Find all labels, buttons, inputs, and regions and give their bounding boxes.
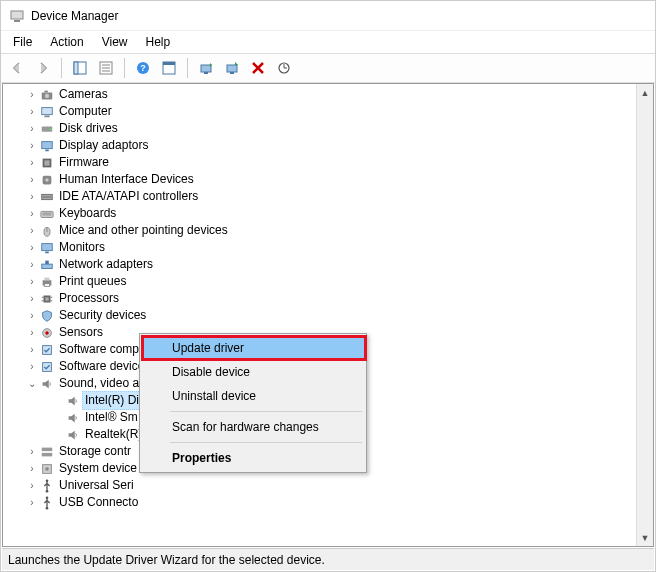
tree-category[interactable]: ›USB Connecto <box>3 494 636 511</box>
firmware-icon <box>39 155 55 171</box>
forward-button[interactable] <box>31 56 55 80</box>
expand-icon[interactable]: › <box>25 256 39 273</box>
expand-icon[interactable]: › <box>25 239 39 256</box>
svg-rect-43 <box>44 283 49 286</box>
tree-category-label[interactable]: IDE ATA/ATAPI controllers <box>59 188 198 205</box>
scroll-up-button[interactable]: ▲ <box>637 84 653 101</box>
expand-icon[interactable]: › <box>25 494 39 511</box>
tree-category-label[interactable]: Mice and other pointing devices <box>59 222 228 239</box>
svg-rect-54 <box>42 447 53 451</box>
svg-point-23 <box>50 128 52 130</box>
tree-category[interactable]: ›Cameras <box>3 86 636 103</box>
properties-button[interactable] <box>94 56 118 80</box>
disk-icon <box>39 121 55 137</box>
menu-file[interactable]: File <box>5 33 40 51</box>
expand-icon[interactable]: › <box>25 477 39 494</box>
tree-pane: ›Cameras›Computer›Disk drives›Display ad… <box>2 83 654 547</box>
tree-category[interactable]: ›Processors <box>3 290 636 307</box>
tree-category-label[interactable]: Processors <box>59 290 119 307</box>
tree-category-label[interactable]: Display adaptors <box>59 137 148 154</box>
tree-category[interactable]: ›Security devices <box>3 307 636 324</box>
expand-icon[interactable]: › <box>25 222 39 239</box>
tree-category[interactable]: ›IDE ATA/ATAPI controllers <box>3 188 636 205</box>
context-menu-item[interactable]: Disable device <box>142 360 364 384</box>
svg-rect-42 <box>44 277 49 280</box>
tree-category-label[interactable]: Monitors <box>59 239 105 256</box>
tree-category[interactable]: ›Monitors <box>3 239 636 256</box>
svg-rect-0 <box>11 11 23 19</box>
tree-device-label[interactable]: Intel® Sm <box>85 409 138 426</box>
expand-icon[interactable]: › <box>25 273 39 290</box>
tree-category-label[interactable]: Disk drives <box>59 120 118 137</box>
expand-icon[interactable]: › <box>25 290 39 307</box>
expand-icon[interactable]: › <box>25 154 39 171</box>
context-menu: Update driverDisable deviceUninstall dev… <box>139 333 367 473</box>
tree-category[interactable]: ›Universal Seri <box>3 477 636 494</box>
tree-category[interactable]: ›Computer <box>3 103 636 120</box>
tree-category[interactable]: ›Network adapters <box>3 256 636 273</box>
tree-scroll-area[interactable]: ›Cameras›Computer›Disk drives›Display ad… <box>3 84 636 546</box>
disable-device-button[interactable] <box>220 56 244 80</box>
collapse-icon[interactable]: ⌄ <box>25 375 39 392</box>
expand-icon[interactable]: › <box>25 341 39 358</box>
software-icon <box>39 342 55 358</box>
help-button[interactable]: ? <box>131 56 155 80</box>
tree-category-label[interactable]: Storage contr <box>59 443 131 460</box>
expand-icon[interactable]: › <box>25 443 39 460</box>
tree-category-label[interactable]: Security devices <box>59 307 146 324</box>
expand-icon[interactable]: › <box>25 324 39 341</box>
expand-icon[interactable]: › <box>25 103 39 120</box>
scroll-down-button[interactable]: ▼ <box>637 529 653 546</box>
tree-category[interactable]: ›Print queues <box>3 273 636 290</box>
expand-icon[interactable]: › <box>25 188 39 205</box>
context-menu-item[interactable]: Uninstall device <box>142 384 364 408</box>
menu-view[interactable]: View <box>94 33 136 51</box>
back-button[interactable] <box>5 56 29 80</box>
menu-help[interactable]: Help <box>138 33 179 51</box>
toolbar-separator <box>61 58 62 78</box>
tree-category-label[interactable]: Keyboards <box>59 205 116 222</box>
expand-icon[interactable]: › <box>25 358 39 375</box>
show-hide-console-tree-button[interactable] <box>68 56 92 80</box>
vertical-scrollbar[interactable]: ▲ ▼ <box>636 84 653 546</box>
scan-hardware-button[interactable] <box>272 56 296 80</box>
svg-rect-20 <box>42 107 53 114</box>
expand-icon[interactable]: › <box>25 137 39 154</box>
tree-category[interactable]: ›Display adaptors <box>3 137 636 154</box>
tree-category-label[interactable]: USB Connecto <box>59 494 138 511</box>
context-menu-separator <box>170 411 362 412</box>
tree-category[interactable]: ›Firmware <box>3 154 636 171</box>
tree-category[interactable]: ›Mice and other pointing devices <box>3 222 636 239</box>
menu-action[interactable]: Action <box>42 33 91 51</box>
action-button[interactable] <box>157 56 181 80</box>
tree-category-label[interactable]: Sensors <box>59 324 103 341</box>
tree-category-label[interactable]: Network adapters <box>59 256 153 273</box>
tree-category-label[interactable]: Software devices <box>59 358 150 375</box>
uninstall-device-button[interactable] <box>246 56 270 80</box>
context-menu-item[interactable]: Properties <box>142 446 364 470</box>
tree-device-label[interactable]: Realtek(R) <box>85 426 142 443</box>
tree-category-label[interactable]: System device <box>59 460 137 477</box>
camera-icon <box>39 87 55 103</box>
svg-rect-37 <box>42 243 53 250</box>
tree-category[interactable]: ›Disk drives <box>3 120 636 137</box>
tree-category-label[interactable]: Cameras <box>59 86 108 103</box>
tree-category[interactable]: ›Keyboards <box>3 205 636 222</box>
sensor-icon <box>39 325 55 341</box>
tree-category-label[interactable]: Print queues <box>59 273 126 290</box>
tree-category-label[interactable]: Universal Seri <box>59 477 134 494</box>
tree-category[interactable]: ›Human Interface Devices <box>3 171 636 188</box>
expand-icon[interactable]: › <box>25 307 39 324</box>
tree-category-label[interactable]: Computer <box>59 103 112 120</box>
update-driver-button[interactable] <box>194 56 218 80</box>
context-menu-item[interactable]: Scan for hardware changes <box>142 415 364 439</box>
tree-category-label[interactable]: Firmware <box>59 154 109 171</box>
expand-icon[interactable]: › <box>25 86 39 103</box>
context-menu-item[interactable]: Update driver <box>142 336 364 360</box>
expand-icon[interactable]: › <box>25 120 39 137</box>
expand-icon[interactable]: › <box>25 460 39 477</box>
svg-rect-13 <box>204 72 208 74</box>
expand-icon[interactable]: › <box>25 171 39 188</box>
expand-icon[interactable]: › <box>25 205 39 222</box>
tree-category-label[interactable]: Human Interface Devices <box>59 171 194 188</box>
